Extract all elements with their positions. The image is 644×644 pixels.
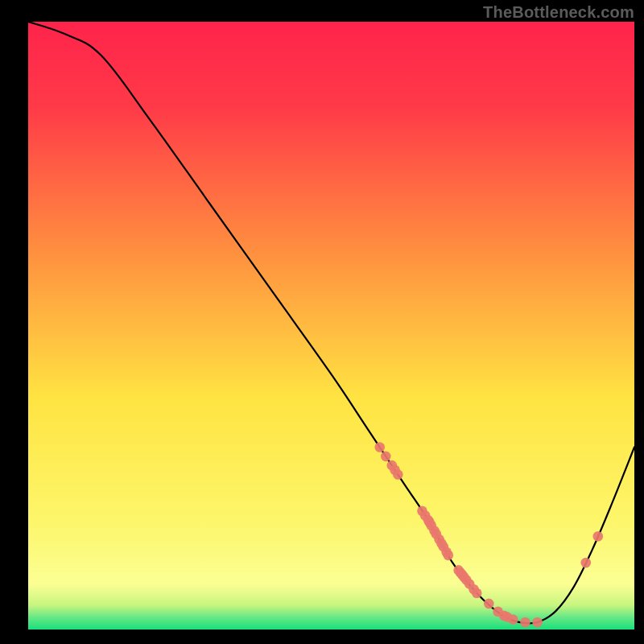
data-point — [593, 531, 604, 542]
data-point — [381, 452, 391, 462]
bottleneck-chart — [0, 0, 644, 644]
data-point — [580, 558, 591, 568]
data-point — [520, 617, 530, 628]
figure-stage: TheBottleneck.com — [0, 0, 644, 644]
data-point — [508, 614, 518, 625]
data-point — [374, 442, 385, 452]
data-point — [444, 550, 454, 560]
data-point — [472, 588, 482, 598]
watermark-text: TheBottleneck.com — [483, 3, 634, 22]
plot-background — [28, 22, 634, 630]
data-point — [532, 617, 543, 628]
data-point — [393, 469, 403, 480]
data-point — [484, 599, 494, 609]
